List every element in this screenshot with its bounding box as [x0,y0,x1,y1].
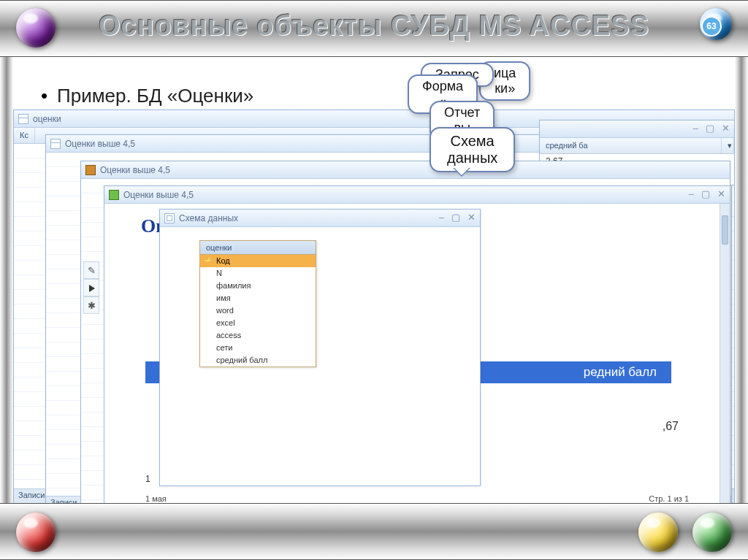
close-icon[interactable]: ✕ [717,188,725,199]
edit-row-icon [83,261,99,279]
orb-green[interactable] [692,513,732,552]
frame-right [735,0,748,560]
window-schema[interactable]: Схема данных – ▢ ✕ оценки Код N фамилия … [159,209,481,486]
maximize-icon[interactable]: ▢ [706,123,714,134]
report-page: Стр. 1 из 1 [649,494,689,503]
window-title: Оценки выше 4,5 [123,190,194,200]
minimize-icon[interactable]: – [693,123,698,134]
schema-table-title: оценки [200,241,316,255]
window-title: Оценки выше 4,5 [100,165,170,175]
bullet-example: Пример. БД «Оценки» [57,85,253,107]
callout-schema: Схемаданных [430,127,515,172]
slide-title: Основные объекты СУБД MS ACCESS [0,10,748,42]
field-item[interactable]: средний балл [200,354,316,367]
minimize-icon[interactable]: – [439,212,444,223]
table-icon [18,114,28,124]
schema-field-list: Код N фамилия имя word excel access сети… [200,255,316,367]
maximize-icon[interactable]: ▢ [701,188,710,199]
form-icon [85,165,96,175]
field-item[interactable]: имя [200,292,316,304]
row-markers [83,261,99,314]
column-header[interactable]: Кс [14,128,35,143]
window-title: Оценки выше 4,5 [65,139,135,149]
field-pk[interactable]: Код [200,255,316,267]
frame-left [0,0,13,560]
window-title: Схема данных [179,213,238,223]
current-row-icon [83,279,99,296]
new-row-icon [83,296,99,314]
query-icon [50,139,61,149]
orb-purple[interactable] [16,8,56,47]
report-icon [109,190,119,200]
field-item[interactable]: excel [200,317,316,329]
window-title: оценки [33,114,61,124]
page-number-badge: 63 [701,16,722,37]
field-item[interactable]: access [200,329,316,342]
slide-content: Пример. БД «Оценки» оценки Кс Записи Оце… [13,57,735,503]
column-header-avg[interactable]: средний ба [540,138,722,153]
schema-icon [164,213,175,223]
field-item[interactable]: сети [200,342,316,354]
minimize-icon[interactable]: – [689,188,694,199]
report-value: ,67 [663,420,679,433]
vertical-scrollbar[interactable] [720,204,730,506]
frame-bottom [0,503,748,560]
close-icon[interactable]: ✕ [722,123,730,134]
orb-red[interactable] [16,513,56,552]
field-item[interactable]: N [200,267,316,280]
report-one: 1 [145,474,150,484]
maximize-icon[interactable]: ▢ [451,212,460,223]
close-icon[interactable]: ✕ [468,212,476,223]
orb-yellow[interactable] [638,513,678,552]
field-item[interactable]: фамилия [200,280,316,292]
field-item[interactable]: word [200,304,316,317]
schema-table-ocenki[interactable]: оценки Код N фамилия имя word excel acce… [199,240,316,367]
report-date: 1 мая [145,494,167,503]
